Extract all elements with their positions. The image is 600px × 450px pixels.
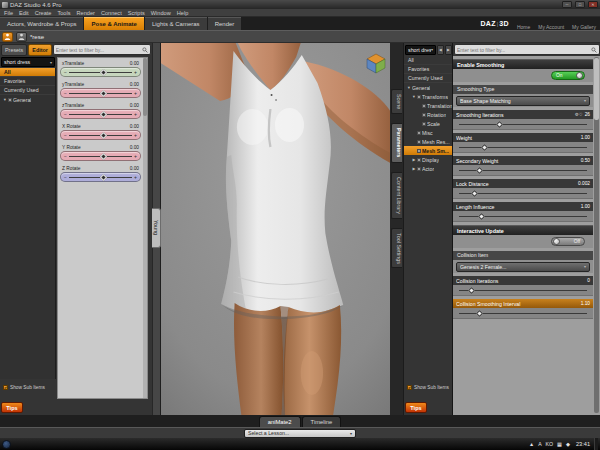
left-filter-input[interactable]	[56, 47, 141, 53]
left-list-currently-used[interactable]: Currently Used	[0, 86, 55, 95]
bottom-tab-timeline[interactable]: Timeline	[302, 416, 342, 427]
menu-create[interactable]: Create	[32, 9, 55, 17]
decrement-button[interactable]: −	[64, 152, 67, 161]
checkbox-icon[interactable]: ✔	[3, 385, 8, 390]
pose-tab-young[interactable]: Young	[152, 208, 161, 248]
side-tab-scene[interactable]: Scene	[391, 89, 402, 114]
decrement-button[interactable]: −	[64, 110, 67, 119]
taskbar-clock[interactable]: 23:41	[576, 441, 590, 447]
smart-content-icon[interactable]	[2, 32, 13, 42]
tray-icon-2[interactable]: KO	[546, 441, 554, 447]
tab-pose-animate[interactable]: Pose & Animate	[84, 17, 143, 30]
tab-render[interactable]: Render	[208, 17, 242, 30]
decrement-button[interactable]: −	[64, 68, 67, 77]
right-list-currently-used[interactable]: Currently Used	[404, 74, 453, 83]
bottom-tab-animate2[interactable]: aniMate2	[259, 416, 301, 427]
slider-bar[interactable]: −+	[60, 130, 141, 140]
side-tab-parameters[interactable]: Parameters	[391, 123, 402, 162]
slider-track[interactable]	[459, 193, 587, 194]
slider-track[interactable]	[459, 313, 587, 314]
increment-button[interactable]: +	[134, 131, 137, 140]
menu-file[interactable]: File	[1, 9, 16, 17]
slider-handle[interactable]	[468, 286, 475, 293]
lesson-dropdown[interactable]: Select a Lesson... ▾	[244, 429, 356, 438]
slider-handle[interactable]	[99, 152, 106, 159]
params-filter-input[interactable]	[457, 47, 590, 53]
right-tips-button[interactable]: Tips	[405, 402, 427, 413]
right-category-dropdown[interactable]: short dress ▾	[405, 45, 436, 55]
slider-handle[interactable]	[99, 110, 106, 117]
menu-tools[interactable]: Tools	[54, 9, 73, 17]
tray-icon-4[interactable]: ◆	[566, 441, 570, 447]
increment-button[interactable]: +	[134, 89, 137, 98]
nav-back-button[interactable]: ◀	[437, 45, 444, 55]
increment-button[interactable]: +	[134, 68, 137, 77]
side-tab-content-library[interactable]: Content Library	[391, 172, 402, 219]
right-tree-actor[interactable]: ▶Actor	[404, 164, 453, 173]
slider-handle[interactable]	[481, 143, 488, 150]
menu-scripts[interactable]: Scripts	[125, 9, 148, 17]
tab-editor[interactable]: Editor	[28, 44, 52, 56]
right-list-favorites[interactable]: Favorites	[404, 65, 453, 74]
maximize-button[interactable]: □	[575, 1, 585, 8]
side-tab-tool-settings[interactable]: Tool Settings	[391, 228, 402, 269]
right-tree-rotation[interactable]: Rotation	[404, 110, 453, 119]
left-tips-button[interactable]: Tips	[1, 402, 23, 413]
params-scrollbar-thumb[interactable]	[594, 58, 599, 120]
right-tree-mesh-res[interactable]: Mesh Res...	[404, 137, 453, 146]
viewport-3d[interactable]	[161, 43, 390, 415]
slider-track[interactable]	[459, 147, 587, 148]
slider-handle[interactable]	[496, 120, 503, 127]
right-list-all[interactable]: All	[404, 56, 453, 65]
tab-presets[interactable]: Presets	[1, 44, 27, 56]
slider-bar[interactable]: −+	[60, 67, 141, 77]
link-home[interactable]: Home	[517, 24, 530, 30]
right-tree-transforms[interactable]: ▼Transforms	[404, 92, 453, 101]
slider-bar[interactable]: −+	[60, 172, 141, 182]
left-scrollbar[interactable]	[143, 58, 147, 398]
dropdown-genesis-2-female[interactable]: Genesis 2 Female...▾	[456, 262, 590, 272]
slider-track[interactable]	[459, 124, 587, 125]
params-scrollbar[interactable]	[594, 57, 599, 413]
toggle-off[interactable]: Off	[551, 237, 585, 246]
right-tree-general[interactable]: ▼General	[404, 83, 453, 92]
slider-track[interactable]	[69, 72, 132, 73]
tray-icon-1[interactable]: A	[538, 441, 541, 447]
show-desktop-button[interactable]	[594, 438, 598, 450]
left-list-all[interactable]: All	[0, 68, 55, 77]
toggle-on[interactable]: On	[551, 71, 585, 80]
close-button[interactable]: ✕	[588, 1, 598, 8]
increment-button[interactable]: +	[134, 110, 137, 119]
right-tree-translation[interactable]: Translation	[404, 101, 453, 110]
tab-actors-wardrobe-props[interactable]: Actors, Wardrobe & Props	[0, 17, 83, 30]
menu-edit[interactable]: Edit	[16, 9, 32, 17]
slider-track[interactable]	[459, 216, 587, 217]
slider-track[interactable]	[69, 156, 132, 157]
link-my-account[interactable]: My Account	[538, 24, 564, 30]
tray-icon-0[interactable]: ▲	[529, 441, 534, 447]
left-filter-box[interactable]	[53, 44, 151, 55]
link-my-gallery[interactable]: My Gallery	[572, 24, 596, 30]
tray-icon-3[interactable]: ▦	[557, 441, 562, 447]
slider-track[interactable]	[69, 177, 132, 178]
slider-bar[interactable]: −+	[60, 88, 141, 98]
slider-handle[interactable]	[476, 166, 483, 173]
right-tree-mesh-sm[interactable]: Mesh Sm...	[404, 146, 453, 155]
slider-handle[interactable]	[99, 89, 106, 96]
right-tree-display[interactable]: ▶Display	[404, 155, 453, 164]
minimize-button[interactable]: ─	[562, 1, 572, 8]
left-scrollbar-thumb[interactable]	[143, 58, 147, 116]
menu-connect[interactable]: Connect	[98, 9, 125, 17]
slider-track[interactable]	[69, 114, 132, 115]
slider-bar[interactable]: −+	[60, 151, 141, 161]
slider-track[interactable]	[459, 290, 587, 291]
slider-handle[interactable]	[471, 189, 478, 196]
params-filter-box[interactable]	[454, 44, 600, 55]
decrement-button[interactable]: −	[64, 173, 67, 182]
decrement-button[interactable]: −	[64, 131, 67, 140]
menu-render[interactable]: Render	[74, 9, 98, 17]
checkbox-icon[interactable]: ✔	[407, 385, 412, 390]
dropdown-base-shape-matching[interactable]: Base Shape Matching▾	[456, 96, 590, 106]
slider-track[interactable]	[459, 170, 587, 171]
slider-handle[interactable]	[99, 173, 106, 180]
